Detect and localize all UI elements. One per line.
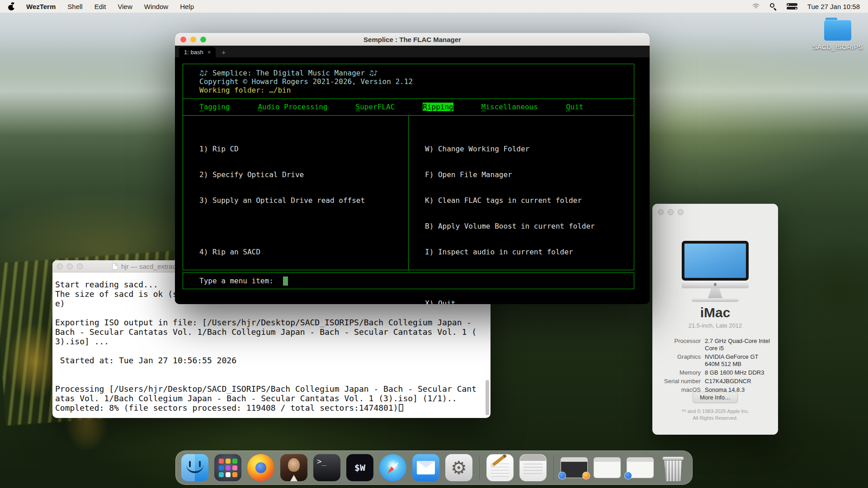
- menu-bar: WezTerm Shell Edit View Window Help Tue …: [0, 0, 868, 13]
- terminal-line: [55, 365, 484, 375]
- tui-option[interactable]: I) Inspect audio in current folder: [425, 248, 595, 256]
- dock-divider: [479, 455, 480, 480]
- desktop-icon-label: SACD_ISORIPS: [813, 43, 863, 51]
- tui-cursor: [283, 277, 288, 286]
- menubar-item-view[interactable]: View: [118, 3, 132, 10]
- close-button[interactable]: [57, 263, 63, 269]
- imac-stand: [708, 288, 722, 298]
- minimize-button[interactable]: [668, 209, 674, 215]
- semplice-tui-screen: ♫♪ Semplice: The Digital Music Manager ♫…: [175, 57, 650, 304]
- zoom-button[interactable]: [77, 263, 83, 269]
- tui-menu-audio-processing[interactable]: Audio Processing: [258, 103, 327, 111]
- tui-menu-ripping-active[interactable]: Ripping: [423, 103, 453, 111]
- dock: >_ $W ⚙: [175, 450, 693, 485]
- minimized-window-icon[interactable]: [594, 457, 621, 478]
- tui-option[interactable]: X) Quit: [425, 299, 595, 304]
- tui-menu-miscellaneous[interactable]: Miscellaneous: [481, 103, 538, 111]
- document-app-icon[interactable]: [519, 454, 547, 481]
- music-album-icon[interactable]: [280, 454, 307, 481]
- wifi-icon[interactable]: [752, 4, 760, 9]
- tui-header-box: ♫♪ Semplice: The Digital Music Manager ♫…: [183, 64, 634, 99]
- sync-badge-icon: [558, 472, 566, 479]
- tui-option[interactable]: 1) Rip CD: [199, 145, 365, 153]
- document-proxy-icon: [112, 263, 118, 270]
- tui-option[interactable]: W) Change Working Folder: [425, 145, 595, 153]
- mac-model-name: iMac: [652, 305, 778, 320]
- launchpad-icon[interactable]: [214, 454, 241, 481]
- scrollbar[interactable]: [486, 380, 489, 415]
- menubar-item-window[interactable]: Window: [144, 3, 168, 10]
- imac-chin: [682, 281, 749, 288]
- tui-menu-bar: Tagging Audio Processing SuperFLAC Rippi…: [183, 99, 634, 116]
- tui-content-box: 1) Rip CD 2) Specify Optical Drive 3) Su…: [183, 116, 634, 270]
- imac-base: [692, 298, 739, 302]
- tui-option[interactable]: K) Clean FLAC tags in current folder: [425, 196, 595, 205]
- system-settings-icon[interactable]: ⚙: [445, 454, 472, 481]
- tui-menu-superflac[interactable]: SuperFLAC: [356, 103, 395, 111]
- trash-icon[interactable]: [660, 454, 687, 481]
- imac-monitor: [682, 241, 749, 281]
- spotlight-search-icon[interactable]: [770, 3, 777, 10]
- menubar-item-shell[interactable]: Shell: [67, 3, 82, 10]
- menubar-item-edit[interactable]: Edit: [94, 3, 106, 10]
- apple-logo-small: [714, 283, 717, 286]
- tui-app-title: ♫♪ Semplice: The Digital Music Manager ♫…: [199, 69, 634, 77]
- tab-bash[interactable]: 1: bash ×: [179, 47, 216, 57]
- more-info-button[interactable]: More Info…: [693, 392, 738, 403]
- tui-option[interactable]: 3) Supply an Optical Drive read offset: [199, 196, 365, 205]
- minimize-button[interactable]: [67, 263, 73, 269]
- spec-row-memory: Memory8 GB 1600 MHz DDR3: [659, 369, 774, 376]
- minimized-window-icon[interactable]: [561, 457, 588, 478]
- imac-illustration: [652, 241, 778, 302]
- tab-close-icon[interactable]: ×: [208, 49, 211, 56]
- spec-row-graphics: GraphicsNVIDIA GeForce GT 640M 512 MB: [659, 353, 774, 368]
- textedit-icon[interactable]: [486, 454, 514, 481]
- terminal-line: atas Vol. 1/Bach Collegium Japan - Bach …: [55, 394, 484, 403]
- zoom-button[interactable]: [678, 209, 684, 215]
- safari-icon[interactable]: [379, 454, 406, 481]
- tui-option-spacer: [425, 273, 595, 282]
- dock-divider: [553, 455, 554, 480]
- tui-copyright: Copyright © Howard Rogers 2021-2026, Ver…: [199, 77, 634, 86]
- terminal-line: Exporting ISO output in file: [/Users/hj…: [55, 318, 484, 327]
- terminal-cursor: [399, 404, 403, 412]
- tui-menu-tagging[interactable]: Tagging: [199, 103, 230, 111]
- terminal-line: [55, 375, 484, 384]
- finder-icon[interactable]: [181, 454, 208, 481]
- tui-option-spacer: [199, 222, 365, 230]
- spec-row-serial: Serial numberC17K4JBGDNCR: [659, 378, 774, 385]
- tab-bar: 1: bash × +: [175, 46, 650, 57]
- menubar-app-name[interactable]: WezTerm: [26, 3, 56, 10]
- terminal-app-icon[interactable]: >_: [313, 454, 340, 481]
- window-title: Semplice : The FLAC Manager: [175, 36, 650, 43]
- terminal-line: Completed: 8% (file sectors processed: 1…: [55, 403, 484, 413]
- terminal-title: hjr — sacd_extract: [112, 263, 178, 270]
- new-tab-button[interactable]: +: [222, 48, 226, 56]
- terminal-line: Started at: Tue Jan 27 10:56:55 2026: [55, 356, 484, 365]
- semplice-window[interactable]: Semplice : The FLAC Manager 1: bash × + …: [175, 33, 650, 304]
- tui-option[interactable]: F) Open File Manager: [425, 170, 595, 179]
- tui-option[interactable]: B) Apply Volume Boost in current folder: [425, 222, 595, 230]
- tui-menu-quit[interactable]: Quit: [566, 103, 584, 111]
- about-this-mac-window[interactable]: iMac 21.5-inch, Late 2012 Processor2.7 G…: [652, 204, 778, 435]
- terminal-line: Processing [/Users/hjr/Desktop/SACD_ISOR…: [55, 384, 484, 394]
- tui-global-options: W) Change Working Folder F) Open File Ma…: [425, 127, 595, 304]
- terminal-line: [55, 346, 484, 356]
- control-center-icon[interactable]: [787, 3, 797, 9]
- tui-option[interactable]: 2) Specify Optical Drive: [199, 170, 365, 179]
- tui-option[interactable]: 4) Rip an SACD: [199, 248, 365, 256]
- wezterm-icon[interactable]: $W: [346, 454, 373, 481]
- menubar-item-help[interactable]: Help: [180, 3, 194, 10]
- apple-menu-icon[interactable]: [8, 3, 14, 10]
- minimized-window-icon[interactable]: [627, 457, 654, 478]
- close-button[interactable]: [658, 209, 664, 215]
- apple-copyright: ™ and © 1983-2025 Apple Inc. All Rights …: [652, 408, 778, 422]
- terminal-line: Bach - Secular Cantatas Vol. 1/Bach Coll…: [55, 327, 484, 337]
- menubar-clock[interactable]: Tue 27 Jan 10:58: [807, 3, 860, 10]
- firefox-icon[interactable]: [247, 454, 274, 481]
- tui-ripping-options: 1) Rip CD 2) Specify Optical Drive 3) Su…: [199, 127, 365, 273]
- semplice-titlebar[interactable]: Semplice : The FLAC Manager: [175, 33, 650, 46]
- mac-model-subtitle: 21.5-inch, Late 2012: [652, 322, 778, 329]
- mail-icon[interactable]: [412, 454, 439, 481]
- desktop-icon-sacd-isorips[interactable]: SACD_ISORIPS: [811, 20, 865, 51]
